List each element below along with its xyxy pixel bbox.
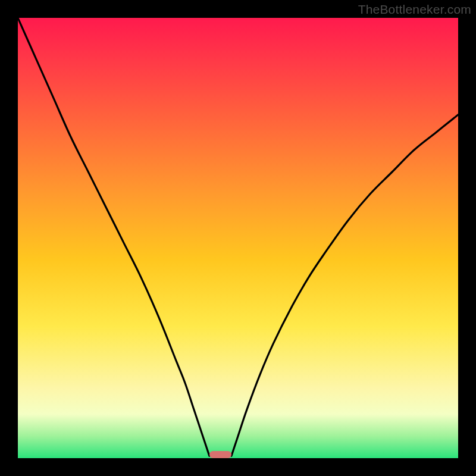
curves-svg [18, 18, 458, 458]
plot-area [18, 18, 458, 458]
bottleneck-marker [209, 451, 231, 458]
right-curve [231, 115, 458, 456]
watermark-text: TheBottleneker.com [358, 2, 471, 17]
left-curve [18, 18, 209, 456]
chart-frame: TheBottleneker.com [0, 0, 476, 476]
